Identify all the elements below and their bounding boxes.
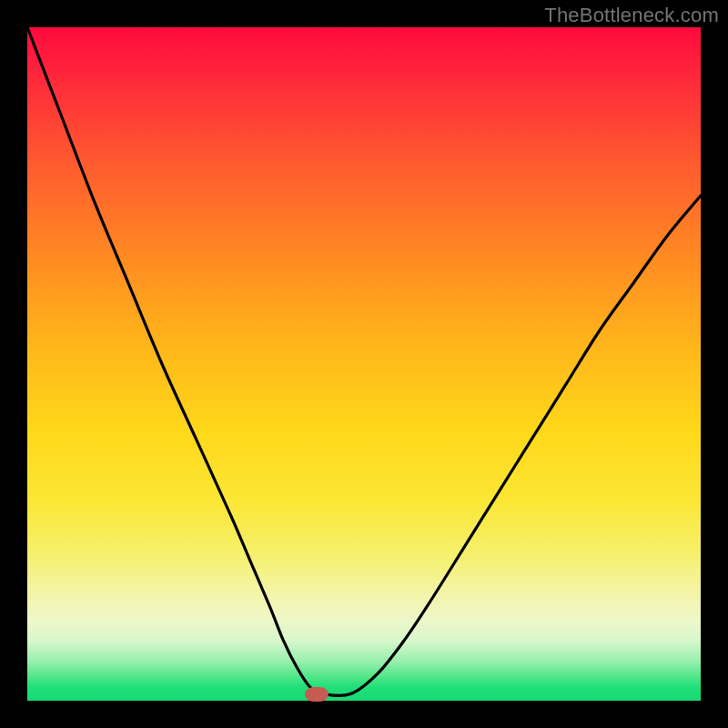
watermark-text: TheBottleneck.com [544, 4, 719, 27]
optimal-point-marker [305, 687, 329, 702]
curve-path [27, 27, 701, 696]
chart-plot-area [27, 27, 701, 701]
bottleneck-curve [27, 27, 701, 701]
chart-frame: TheBottleneck.com [0, 0, 728, 728]
